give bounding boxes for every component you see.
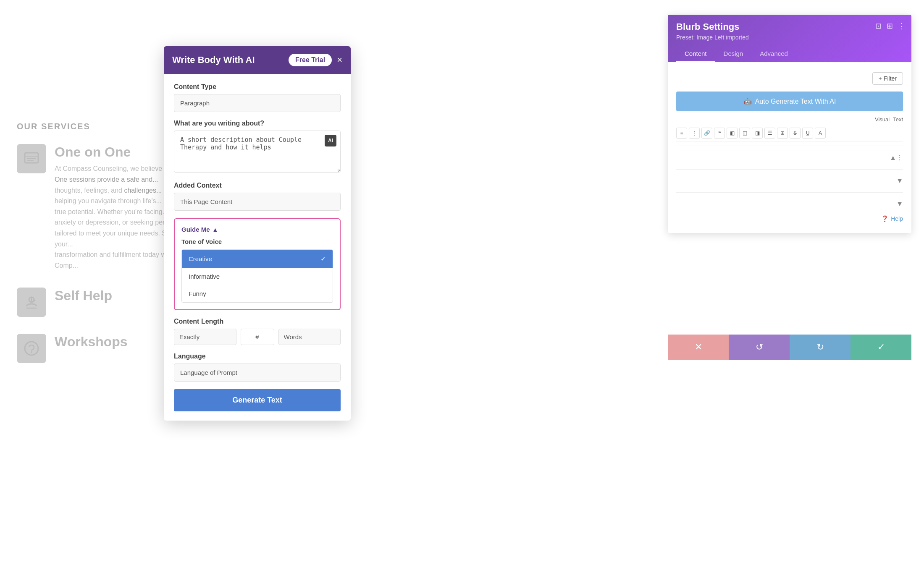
self-help-name: Self Help xyxy=(55,288,112,303)
one-on-one-icon xyxy=(17,144,46,173)
guide-me-text[interactable]: Guide Me xyxy=(181,226,210,233)
ai-textarea-icon: AI xyxy=(325,135,336,146)
blurb-tabs: Content Design Advanced xyxy=(676,46,903,62)
content-type-label: Content Type xyxy=(174,83,341,91)
minimize-icon[interactable]: ⊡ xyxy=(875,21,882,31)
checkmark-icon: ✓ xyxy=(320,255,326,263)
tab-advanced[interactable]: Advanced xyxy=(751,46,796,62)
blurb-body: + Filter 🤖 Auto Generate Text With AI Vi… xyxy=(668,62,911,233)
toolbar-color[interactable]: A xyxy=(815,128,826,139)
service-item-one-on-one: One on One At Compass Counseling, we bel… xyxy=(17,144,181,271)
added-context-select[interactable]: This Page Content xyxy=(174,193,341,211)
visual-label[interactable]: Visual xyxy=(875,116,890,123)
workshops-name: Workshops xyxy=(55,334,128,350)
svg-point-7 xyxy=(31,351,32,353)
content-length-type-select[interactable]: Exactly xyxy=(174,329,236,345)
editor-toolbar: ≡ ⋮ 🔗 ❝ ◧ ◫ ◨ ☰ ⊞ S̶ U̲ A xyxy=(676,125,903,141)
our-services-label: OUR SERVICES xyxy=(17,122,181,131)
toolbar-quote[interactable]: ❝ xyxy=(714,128,725,139)
modal-close-button[interactable]: × xyxy=(337,55,342,65)
toolbar-underline[interactable]: U̲ xyxy=(802,128,813,139)
divider-2 xyxy=(676,169,903,170)
toolbar-strikethrough[interactable]: S̶ xyxy=(790,128,801,139)
help-row[interactable]: ❓ Help xyxy=(676,211,903,226)
chevron-up-icon: ▲ xyxy=(890,154,896,162)
toolbar-align-center[interactable]: ◫ xyxy=(739,128,750,139)
informative-label: Informative xyxy=(189,273,220,280)
service-item-self-help: Self Help xyxy=(17,288,181,317)
what-writing-wrapper: A short description about Couple Therapy… xyxy=(174,131,341,174)
collapse-row-2[interactable]: ▼ xyxy=(676,174,903,188)
tone-option-funny[interactable]: Funny xyxy=(182,285,333,302)
guide-header: Guide Me ▲ xyxy=(181,226,333,233)
workshops-icon xyxy=(17,334,46,363)
filter-bar: + Filter xyxy=(676,69,903,88)
added-context-label: Added Context xyxy=(174,182,341,189)
blurb-settings-panel: Blurb Settings Preset: Image Left import… xyxy=(668,15,911,233)
blurb-header-icons: ⊡ ⊞ ⋮ xyxy=(875,21,906,31)
divider-1 xyxy=(676,146,903,146)
redo-button[interactable]: ↻ xyxy=(790,335,850,360)
toolbar-list-ul[interactable]: ≡ xyxy=(676,128,687,139)
help-circle-icon: ❓ xyxy=(881,215,888,222)
one-on-one-desc: At Compass Counseling, we believe on-One… xyxy=(55,163,181,271)
svg-point-6 xyxy=(25,342,38,355)
undo-button[interactable]: ↺ xyxy=(729,335,790,360)
modal-header-right: Free Trial × xyxy=(289,54,342,66)
guide-arrow-icon: ▲ xyxy=(213,226,218,233)
confirm-button[interactable]: ✓ xyxy=(850,335,911,360)
toolbar-align-left[interactable]: ◧ xyxy=(727,128,738,139)
cancel-button[interactable]: ✕ xyxy=(668,335,729,360)
what-writing-label: What are you writing about? xyxy=(174,120,341,127)
generate-text-button[interactable]: Generate Text xyxy=(174,389,341,411)
filter-button[interactable]: + Filter xyxy=(872,72,903,85)
blurb-preset: Preset: Image Left imported xyxy=(676,34,903,41)
chevron-down-icon-2: ▼ xyxy=(896,200,903,208)
collapse-row-3[interactable]: ▼ xyxy=(676,197,903,211)
toolbar-align-justify[interactable]: ☰ xyxy=(764,128,775,139)
sidebar-content: OUR SERVICES One on One At Compass Couns… xyxy=(17,122,181,380)
content-length-number-input[interactable] xyxy=(241,329,274,345)
tone-option-creative[interactable]: Creative ✓ xyxy=(182,250,333,268)
more-options-icon[interactable]: ⋮ xyxy=(898,21,906,31)
toolbar-link[interactable]: 🔗 xyxy=(701,128,712,139)
auto-generate-label: Auto Generate Text With AI xyxy=(755,98,836,105)
guide-me-section: Guide Me ▲ Tone of Voice Creative ✓ Info… xyxy=(174,218,341,310)
chevron-down-icon-1: ▼ xyxy=(896,177,903,185)
write-body-ai-modal: Write Body With AI Free Trial × Content … xyxy=(164,46,351,421)
language-label: Language xyxy=(174,353,341,360)
content-type-select[interactable]: Paragraph xyxy=(174,94,341,112)
tone-dropdown: Creative ✓ Informative Funny xyxy=(181,249,333,303)
free-trial-badge[interactable]: Free Trial xyxy=(289,54,332,66)
what-writing-textarea[interactable]: A short description about Couple Therapy… xyxy=(174,131,341,173)
blurb-title: Blurb Settings xyxy=(676,21,903,32)
modal-body: Content Type Paragraph What are you writ… xyxy=(164,74,351,421)
modal-title: Write Body With AI xyxy=(172,55,255,65)
expand-icon[interactable]: ⊞ xyxy=(887,21,893,31)
content-length-label: Content Length xyxy=(174,318,341,325)
divider-3 xyxy=(676,192,903,193)
more-icon: ⋮ xyxy=(896,154,903,162)
blurb-header: Blurb Settings Preset: Image Left import… xyxy=(668,15,911,62)
toolbar-list-ol[interactable]: ⋮ xyxy=(689,128,700,139)
text-label[interactable]: Text xyxy=(893,116,903,123)
language-select[interactable]: Language of Prompt xyxy=(174,364,341,382)
content-length-row: Exactly Words xyxy=(174,329,341,345)
self-help-icon xyxy=(17,288,46,317)
bottom-action-bar: ✕ ↺ ↻ ✓ xyxy=(668,335,911,360)
auto-generate-button[interactable]: 🤖 Auto Generate Text With AI xyxy=(676,92,903,111)
collapse-row-1[interactable]: ▲ ⋮ xyxy=(676,150,903,165)
tab-design[interactable]: Design xyxy=(715,46,752,62)
one-on-one-name: One on One xyxy=(55,144,181,160)
svg-rect-0 xyxy=(25,153,38,163)
tab-content[interactable]: Content xyxy=(676,46,715,62)
modal-header: Write Body With AI Free Trial × xyxy=(164,46,351,74)
toolbar-align-right[interactable]: ◨ xyxy=(752,128,763,139)
service-item-workshops: Workshops xyxy=(17,334,181,363)
ai-icon: 🤖 xyxy=(743,97,752,105)
toolbar-table[interactable]: ⊞ xyxy=(777,128,788,139)
funny-label: Funny xyxy=(189,290,206,297)
content-length-unit-select[interactable]: Words xyxy=(278,329,341,345)
tone-option-informative[interactable]: Informative xyxy=(182,268,333,285)
creative-label: Creative xyxy=(189,255,212,262)
